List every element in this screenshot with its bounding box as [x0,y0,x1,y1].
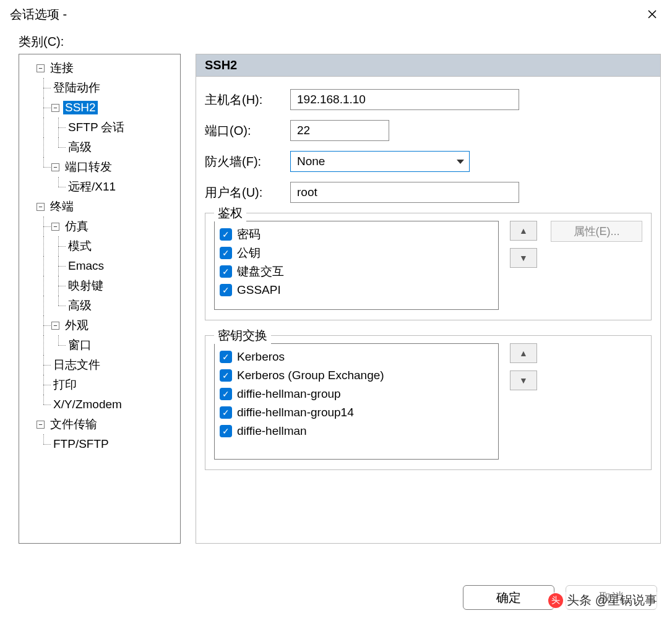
auth-item[interactable]: ✓GSSAPI [220,281,493,299]
tree-item-advanced2[interactable]: 高级 [66,298,93,314]
tree-item-terminal[interactable]: 终端 [48,199,75,215]
kex-legend: 密钥交换 [214,327,271,344]
triangle-down-icon: ▼ [519,253,528,263]
move-down-button[interactable]: ▼ [510,248,537,268]
tree-item-xyzmodem[interactable]: X/Y/Zmodem [51,398,124,411]
move-down-button[interactable]: ▼ [510,370,537,390]
expander-icon[interactable]: − [37,421,45,429]
kex-item[interactable]: ✓Kerberos [220,348,493,366]
kex-item[interactable]: ✓diffie-hellman-group [220,385,493,403]
tree-item-ftp-sftp[interactable]: FTP/SFTP [51,437,111,451]
auth-item[interactable]: ✓键盘交互 [220,262,493,281]
tree-item-login-actions[interactable]: 登陆动作 [51,80,102,96]
kex-item[interactable]: ✓Kerberos (Group Exchange) [220,366,493,385]
expander-icon[interactable]: − [51,163,59,171]
checkbox-checked-icon[interactable]: ✓ [220,228,232,241]
auth-item[interactable]: ✓公钥 [220,244,493,262]
move-up-button[interactable]: ▲ [510,343,537,363]
tree-item-log-file[interactable]: 日志文件 [51,357,102,373]
expander-icon[interactable]: − [51,223,59,231]
properties-button: 属性(E)... [551,221,642,242]
tree-item-modes[interactable]: 模式 [66,238,93,254]
checkbox-checked-icon[interactable]: ✓ [220,247,232,259]
tree-item-remote-x11[interactable]: 远程/X11 [66,179,118,195]
port-label: 端口(O): [205,122,290,139]
cancel-button[interactable]: 取消 [566,585,657,610]
tree-item-file-transfer[interactable]: 文件传输 [48,416,99,432]
checkbox-checked-icon[interactable]: ✓ [220,351,232,363]
tree-item-printing[interactable]: 打印 [51,377,79,393]
checkbox-checked-icon[interactable]: ✓ [220,406,232,419]
window-title: 会话选项 - [10,6,67,23]
move-up-button[interactable]: ▲ [510,221,537,241]
firewall-select[interactable]: None [290,151,470,172]
triangle-up-icon: ▲ [519,226,528,236]
firewall-value: None [297,155,325,168]
tree-item-connection[interactable]: 连接 [48,60,75,76]
expander-icon[interactable]: − [37,203,45,211]
tree-item-advanced[interactable]: 高级 [66,139,93,155]
tree-item-port-forward[interactable]: 端口转发 [63,159,114,175]
auth-legend: 鉴权 [214,205,246,221]
chevron-down-icon [457,160,464,164]
host-label: 主机名(H): [205,92,290,108]
kex-fieldset: 密钥交换 ✓Kerberos ✓Kerberos (Group Exchange… [205,335,652,470]
auth-item[interactable]: ✓密码 [220,225,493,244]
tree-item-mapped-keys[interactable]: 映射键 [66,278,105,294]
checkbox-checked-icon[interactable]: ✓ [220,388,232,400]
tree-item-emacs[interactable]: Emacs [66,259,106,273]
ok-button[interactable]: 确定 [463,585,554,610]
kex-item[interactable]: ✓diffie-hellman [220,422,493,440]
tree-item-appearance[interactable]: 外观 [63,317,90,333]
triangle-down-icon: ▼ [519,375,528,385]
username-label: 用户名(U): [205,184,290,201]
kex-item[interactable]: ✓diffie-hellman-group14 [220,403,493,422]
settings-panel: SSH2 主机名(H): 端口(O): 防火墙(F): None [196,54,661,544]
category-tree[interactable]: − 连接 登陆动作 − SSH2 [19,54,181,544]
checkbox-checked-icon[interactable]: ✓ [220,284,232,296]
tree-item-window[interactable]: 窗口 [66,337,93,353]
kex-listbox[interactable]: ✓Kerberos ✓Kerberos (Group Exchange) ✓di… [214,343,499,460]
firewall-label: 防火墙(F): [205,153,290,170]
tree-item-emulation[interactable]: 仿真 [63,218,90,234]
tree-item-sftp-session[interactable]: SFTP 会话 [66,119,127,135]
expander-icon[interactable]: − [51,104,59,112]
tree-item-ssh2[interactable]: SSH2 [63,101,98,114]
host-input[interactable] [290,89,519,110]
port-input[interactable] [290,120,389,141]
username-input[interactable] [290,182,519,203]
checkbox-checked-icon[interactable]: ✓ [220,425,232,437]
checkbox-checked-icon[interactable]: ✓ [220,369,232,382]
panel-title: SSH2 [196,54,660,77]
close-icon [647,9,657,19]
category-label: 类别(C): [19,33,661,50]
auth-fieldset: 鉴权 ✓密码 ✓公钥 ✓键盘交互 ✓GSSAPI ▲ ▼ 属性(E)... [205,213,652,320]
checkbox-checked-icon[interactable]: ✓ [220,265,232,278]
auth-listbox[interactable]: ✓密码 ✓公钥 ✓键盘交互 ✓GSSAPI [214,221,499,310]
expander-icon[interactable]: − [37,64,45,72]
triangle-up-icon: ▲ [519,348,528,358]
close-button[interactable] [641,6,663,23]
expander-icon[interactable]: − [51,322,59,330]
